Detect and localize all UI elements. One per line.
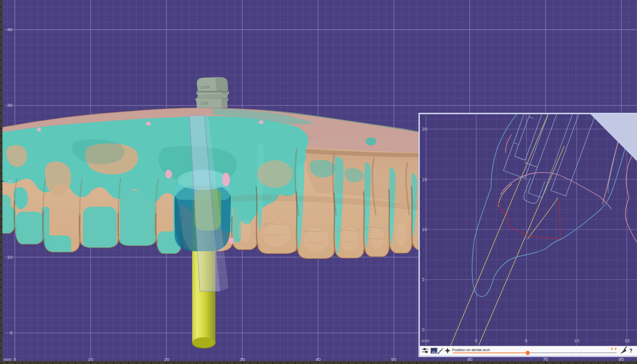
svg-text:40: 40 (316, 357, 321, 362)
svg-text:0: 0 (422, 327, 424, 332)
svg-text:5: 5 (525, 338, 527, 343)
svg-text:/109: /109 (200, 101, 208, 106)
svg-text:10: 10 (7, 254, 12, 260)
svg-text:20: 20 (7, 179, 12, 184)
svg-text:mm: mm (421, 338, 429, 343)
svg-text:0: 0 (10, 330, 12, 335)
svg-text:15: 15 (625, 338, 630, 343)
svg-text:50: 50 (391, 357, 397, 362)
svg-text:15: 15 (422, 177, 427, 182)
svg-text:0: 0 (475, 338, 477, 343)
svg-text:mm: mm (3, 357, 11, 362)
svg-text:10: 10 (88, 357, 93, 362)
svg-text:80: 80 (619, 357, 624, 362)
svg-text:20: 20 (164, 357, 170, 362)
svg-text:0: 0 (13, 357, 16, 362)
svg-text:10: 10 (422, 227, 427, 232)
svg-text:Position on dental arch: Position on dental arch (452, 348, 490, 352)
svg-text:30: 30 (7, 102, 12, 108)
svg-text:5: 5 (422, 276, 424, 282)
svg-text:40: 40 (7, 27, 12, 32)
svg-text:20: 20 (422, 126, 427, 132)
svg-text:10: 10 (574, 338, 580, 343)
svg-text:?: ? (630, 348, 633, 354)
svg-text:Ch/09: Ch/09 (199, 85, 210, 90)
svg-text:70: 70 (543, 357, 548, 362)
svg-text:60: 60 (467, 357, 473, 362)
svg-text:30: 30 (240, 357, 245, 362)
